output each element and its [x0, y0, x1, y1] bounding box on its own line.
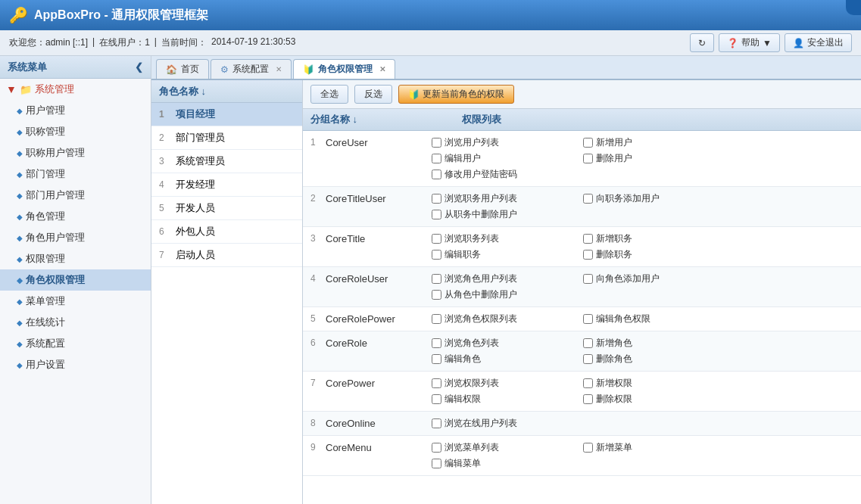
sidebar-item-perm-mgmt[interactable]: ◆ 权限管理 — [0, 248, 151, 269]
perm-checkbox[interactable] — [583, 394, 593, 404]
tab-sysconfig[interactable]: ⚙ 系统配置 ✕ — [211, 59, 292, 79]
app-title: AppBoxPro - 通用权限管理框架 — [34, 8, 208, 23]
folder-icon2: 📁 — [20, 84, 32, 95]
toolbar-buttons: ↻ ❓ 帮助 ▼ 👤 安全退出 — [690, 33, 852, 52]
perm-checkbox[interactable] — [583, 154, 593, 163]
perm-checkbox[interactable] — [432, 274, 441, 284]
role-row-5[interactable]: 5 开发人员 — [151, 197, 302, 220]
sidebar-group-title[interactable]: ▼ 📁 系统管理 — [0, 79, 151, 100]
perm-checkbox[interactable] — [432, 234, 441, 244]
perm-checkbox[interactable] — [583, 234, 593, 244]
role-row-3[interactable]: 3 系统管理员 — [151, 150, 302, 173]
sidebar-item-role-mgmt[interactable]: ◆ 角色管理 — [0, 206, 151, 227]
diamond-icon: ◆ — [17, 319, 23, 327]
perm-checkbox[interactable] — [432, 338, 441, 348]
perm-checkbox[interactable] — [432, 194, 441, 204]
role-row-7[interactable]: 7 启动人员 — [151, 244, 302, 267]
perm-checkbox[interactable] — [432, 418, 441, 428]
role-name-5: 开发人员 — [176, 201, 215, 215]
sidebar-item-label: 菜单管理 — [26, 294, 65, 308]
logout-button[interactable]: 👤 安全退出 — [785, 33, 852, 52]
perm-item: 编辑角色权限 — [583, 312, 735, 326]
sidebar-item-label: 职称管理 — [26, 125, 65, 138]
perm-label: 编辑角色 — [445, 353, 481, 366]
perm-label: 向角色添加用户 — [596, 272, 660, 285]
perm-item: 编辑角色 — [432, 352, 583, 366]
sidebar-item-online-stats[interactable]: ◆ 在线统计 — [0, 312, 151, 333]
sidebar-item-dept-mgmt[interactable]: ◆ 部门管理 — [0, 163, 151, 185]
perm-checkbox[interactable] — [583, 338, 593, 348]
perm-checkbox[interactable] — [583, 194, 593, 204]
sidebar-item-user-settings[interactable]: ◆ 用户设置 — [0, 354, 151, 375]
perm-label: 浏览职务用户列表 — [445, 192, 517, 205]
perm-checkbox[interactable] — [583, 314, 593, 324]
sidebar-item-dept-user-mgmt[interactable]: ◆ 部门用户管理 — [0, 185, 151, 206]
role-row-6[interactable]: 6 外包人员 — [151, 220, 302, 244]
tab-roleperm-close[interactable]: ✕ — [379, 65, 385, 73]
update-perms-button[interactable]: 🔰 更新当前角色的权限 — [398, 85, 514, 104]
perm-label: 从职务中删除用户 — [445, 208, 517, 221]
sidebar-item-title-user-mgmt[interactable]: ◆ 职称用户管理 — [0, 142, 151, 163]
update-label: 更新当前角色的权限 — [423, 88, 504, 101]
app-header: 🔑 AppBoxPro - 通用权限管理框架 — [0, 0, 861, 30]
diamond-icon: ◆ — [17, 255, 23, 263]
role-num-5: 5 — [159, 203, 170, 213]
help-button[interactable]: ❓ 帮助 ▼ — [719, 33, 780, 52]
perm-checkbox[interactable] — [432, 290, 441, 300]
perm-checkbox[interactable] — [432, 354, 441, 364]
sidebar-item-menu-mgmt[interactable]: ◆ 菜单管理 — [0, 291, 151, 312]
role-row-1[interactable]: 1 项目经理 — [151, 103, 302, 126]
perm-checkbox[interactable] — [432, 250, 441, 260]
sidebar-collapse-button[interactable]: ❮ — [135, 61, 143, 73]
tab-roleperm[interactable]: 🔰 角色权限管理 ✕ — [293, 59, 395, 79]
perm-checkbox[interactable] — [583, 138, 593, 148]
perm-group-name-5: CoreRolePower — [326, 312, 432, 325]
separator2: | — [154, 36, 157, 49]
invert-select-button[interactable]: 反选 — [354, 85, 392, 104]
perm-checkbox[interactable] — [583, 250, 593, 260]
perm-item: 浏览角色列表 — [432, 336, 583, 350]
tab-sysconfig-close[interactable]: ✕ — [276, 65, 282, 73]
refresh-button[interactable]: ↻ — [690, 33, 714, 52]
perm-label: 从角色中删除用户 — [445, 288, 517, 301]
perm-label: 新增菜单 — [596, 441, 632, 454]
sidebar-item-sys-config[interactable]: ◆ 系统配置 — [0, 333, 151, 354]
perm-group-row-3: 3 CoreTitle 浏览职务列表 新增职务 编辑职务 删除职务 — [303, 227, 861, 267]
perm-checkbox[interactable] — [583, 378, 593, 388]
perm-item: 编辑权限 — [432, 392, 583, 406]
perm-group-name-6: CoreRole — [326, 336, 432, 349]
role-num-6: 6 — [159, 226, 170, 237]
perm-checkbox[interactable] — [432, 394, 441, 404]
perm-checkbox[interactable] — [432, 138, 441, 148]
perm-checkbox[interactable] — [432, 154, 441, 163]
perm-group-name-7: CorePower — [326, 376, 432, 389]
role-row-4[interactable]: 4 开发经理 — [151, 173, 302, 197]
diamond-icon: ◆ — [17, 234, 23, 242]
sidebar-item-role-user-mgmt[interactable]: ◆ 角色用户管理 — [0, 227, 151, 248]
sidebar-header: 系统菜单 ❮ — [0, 56, 151, 79]
perm-group-3-perms: 浏览职务列表 新增职务 编辑职务 删除职务 — [432, 232, 853, 262]
perm-checkbox[interactable] — [432, 314, 441, 324]
perm-item: 新增菜单 — [583, 440, 735, 455]
perm-checkbox[interactable] — [432, 170, 441, 179]
perm-checkbox[interactable] — [432, 443, 441, 453]
select-all-button[interactable]: 全选 — [310, 85, 348, 104]
perm-checkbox[interactable] — [432, 378, 441, 388]
perm-checkbox[interactable] — [583, 443, 593, 453]
tab-home[interactable]: 🏠 首页 — [156, 59, 209, 79]
sidebar-item-label: 用户设置 — [26, 358, 65, 372]
perm-item: 从角色中删除用户 — [432, 288, 583, 302]
sidebar-item-title-mgmt[interactable]: ◆ 职称管理 — [0, 121, 151, 142]
perm-checkbox[interactable] — [432, 459, 441, 468]
help-label: 帮助 — [741, 36, 760, 49]
perm-label: 向职务添加用户 — [596, 192, 660, 205]
perm-checkbox[interactable] — [432, 210, 441, 219]
perm-checkbox[interactable] — [583, 354, 593, 364]
sidebar-title: 系统菜单 — [8, 61, 47, 74]
sidebar-item-user-mgmt[interactable]: ◆ 用户管理 — [0, 100, 151, 121]
role-list: 1 项目经理 2 部门管理员 3 系统管理员 4 开发经理 — [151, 103, 302, 267]
perm-item: 浏览在线用户列表 — [432, 416, 583, 431]
perm-checkbox[interactable] — [583, 274, 593, 284]
role-row-2[interactable]: 2 部门管理员 — [151, 126, 302, 150]
sidebar-item-role-perm-mgmt[interactable]: ◆ 角色权限管理 — [0, 269, 151, 291]
